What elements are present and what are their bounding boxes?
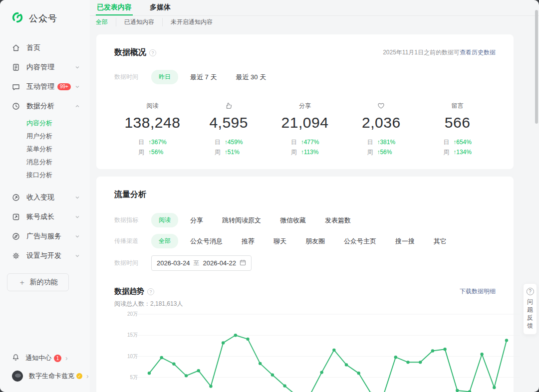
- sidebar-item-user-analysis[interactable]: 用户分析: [0, 130, 90, 143]
- growth-icon: [12, 213, 20, 221]
- metric-shares[interactable]: 分享: [190, 216, 203, 225]
- trend-chart[interactable]: 5万10万15万20万2026-03-242026-03-292026-04-0…: [114, 310, 496, 392]
- sidebar-item-revenue[interactable]: 收入变现: [0, 188, 90, 207]
- stat-comments: 留言 566 日↑654% 周↑134%: [419, 101, 496, 157]
- question-mark-icon: ?: [527, 288, 534, 295]
- top-tabs: 已发表内容 多媒体: [90, 0, 539, 16]
- sidebar-item-ads[interactable]: 广告与服务: [0, 226, 90, 246]
- stat-reads: 阅读 138,248 日↑367% 周↑56%: [114, 101, 191, 157]
- content-icon: [12, 63, 20, 71]
- metric-original-link[interactable]: 跳转阅读原文: [222, 216, 261, 225]
- sidebar-item-home[interactable]: 首页: [0, 38, 90, 57]
- chevron-up-icon: [75, 104, 80, 109]
- date-end: 2026-04-22: [203, 259, 237, 267]
- sidebar-item-growth[interactable]: 账号成长: [0, 207, 90, 226]
- metric-reads[interactable]: 阅读: [151, 213, 178, 227]
- metric-articles[interactable]: 发表篇数: [325, 216, 351, 225]
- analytics-submenu: 内容分析 用户分析 菜单分析 消息分析 接口分析: [0, 116, 90, 184]
- overview-title: 数据概况: [114, 47, 146, 58]
- time-option-yesterday[interactable]: 昨日: [151, 70, 178, 84]
- metric-label: 数据指标: [114, 216, 151, 224]
- total-readers: 阅读总人数：2,181,613人: [114, 300, 496, 308]
- download-data-link[interactable]: 下载数据明细: [460, 288, 496, 295]
- date-to-label: 至: [194, 259, 200, 267]
- channel-oa-message[interactable]: 公众号消息: [190, 237, 223, 246]
- sidebar-item-analytics[interactable]: 数据分析: [0, 96, 90, 116]
- time-option-30days[interactable]: 最近 30 天: [236, 73, 266, 82]
- account-name: 数字生命卡兹克: [29, 372, 74, 381]
- tab-multimedia[interactable]: 多媒体: [149, 0, 172, 15]
- stat-shares: 分享 21,094 日↑477% 周↑113%: [267, 101, 343, 157]
- home-icon: [12, 44, 20, 52]
- app-title: 公众号: [29, 12, 57, 24]
- sidebar-item-content[interactable]: 内容管理: [0, 57, 90, 77]
- bell-icon: [12, 354, 19, 363]
- date-range-picker[interactable]: 2026-03-24 至 2026-04-22: [151, 255, 252, 271]
- sidebar-item-interaction[interactable]: 互动管理 99+: [0, 77, 90, 96]
- vertical-scrollbar[interactable]: [535, 10, 538, 124]
- tab-published-content[interactable]: 已发表内容: [96, 0, 133, 15]
- history-note: 2025年11月1日之前的数据可查看历史数据: [383, 48, 496, 57]
- svg-text:5万: 5万: [130, 375, 138, 380]
- channel-moments[interactable]: 朋友圈: [305, 237, 325, 246]
- feedback-button[interactable]: ? 问 题 反 馈: [523, 283, 537, 335]
- date-row: 数据时间 2026-03-24 至 2026-04-22: [114, 255, 496, 271]
- calendar-icon: [240, 259, 246, 267]
- channel-all[interactable]: 全部: [151, 234, 178, 248]
- channel-oa-homepage[interactable]: 公众号主页: [344, 237, 376, 246]
- trend-header: 数据趋势 ? 下载数据明细: [114, 287, 496, 296]
- wechat-oa-logo-icon: [11, 11, 24, 26]
- channel-recommend[interactable]: 推荐: [242, 237, 255, 246]
- notification-center[interactable]: 通知中心 1 ›: [0, 349, 90, 367]
- account-row[interactable]: 数字生命卡兹克 ✓ ›: [0, 367, 90, 385]
- chevron-right-icon: ›: [65, 354, 68, 362]
- analytics-icon: [12, 102, 20, 110]
- traffic-title: 流量分析: [114, 190, 146, 200]
- channel-label: 传播渠道: [114, 237, 151, 245]
- help-icon[interactable]: ?: [147, 288, 154, 295]
- new-feature-button[interactable]: ＋ 新的功能: [7, 273, 69, 291]
- filter-all[interactable]: 全部: [96, 18, 116, 26]
- chevron-down-icon: [75, 234, 80, 239]
- channel-other[interactable]: 其它: [434, 237, 447, 246]
- sidebar-item-menu-analysis[interactable]: 菜单分析: [0, 143, 90, 156]
- sidebar: 公众号 首页 内容管理 互动管理 99+: [0, 0, 90, 392]
- sidebar-item-message-analysis[interactable]: 消息分析: [0, 156, 90, 169]
- time-range-row: 数据时间 昨日 最近 7 天 最近 30 天: [114, 70, 496, 84]
- content-filters: 全部 已通知内容 未开启通知内容: [90, 16, 539, 28]
- app-window: 公众号 首页 内容管理 互动管理 99+: [0, 0, 539, 392]
- history-data-link[interactable]: 查看历史数据: [460, 49, 496, 56]
- metric-favorites[interactable]: 微信收藏: [280, 216, 306, 225]
- chevron-down-icon: [75, 65, 80, 70]
- channel-chat[interactable]: 聊天: [273, 237, 286, 246]
- main-content: 已发表内容 多媒体 全部 已通知内容 未开启通知内容 数据概况 ? 2025年1…: [90, 0, 539, 392]
- svg-text:10万: 10万: [127, 354, 138, 359]
- sidebar-item-api-analysis[interactable]: 接口分析: [0, 169, 90, 182]
- sidebar-item-content-analysis[interactable]: 内容分析: [0, 117, 90, 130]
- filter-not-notified[interactable]: 未开启通知内容: [162, 18, 221, 26]
- chat-icon: [12, 83, 20, 91]
- filter-notified[interactable]: 已通知内容: [116, 18, 162, 26]
- plus-icon: ＋: [18, 278, 26, 287]
- traffic-analysis-card: 流量分析 数据指标 阅读 分享 跳转阅读原文 微信收藏 发表篇数 传播渠道 全部…: [96, 177, 514, 392]
- svg-text:15万: 15万: [127, 332, 138, 338]
- heart-icon: [377, 101, 385, 110]
- avatar: [12, 371, 23, 382]
- chevron-down-icon: [75, 253, 80, 258]
- channel-row: 传播渠道 全部 公众号消息 推荐 聊天 朋友圈 公众号主页 搜一搜 其它: [114, 234, 496, 248]
- logo: 公众号: [0, 0, 90, 26]
- like-icon: [225, 101, 233, 110]
- stat-wow: 2,036 日↑381% 周↑56%: [343, 101, 419, 157]
- notification-badge: 1: [54, 355, 61, 362]
- ads-compass-icon: [12, 232, 20, 240]
- data-overview-card: 数据概况 ? 2025年11月1日之前的数据可查看历史数据 数据时间 昨日 最近…: [96, 34, 514, 169]
- time-option-7days[interactable]: 最近 7 天: [190, 73, 217, 82]
- sidebar-item-settings[interactable]: 设置与开发: [0, 246, 90, 265]
- revenue-icon: [12, 194, 20, 201]
- chevron-down-icon: [75, 195, 80, 200]
- help-icon[interactable]: ?: [149, 49, 156, 56]
- svg-text:20万: 20万: [127, 311, 138, 317]
- channel-search[interactable]: 搜一搜: [395, 237, 415, 246]
- verified-badge-icon: ✓: [76, 373, 82, 379]
- time-range-label: 数据时间: [114, 73, 151, 81]
